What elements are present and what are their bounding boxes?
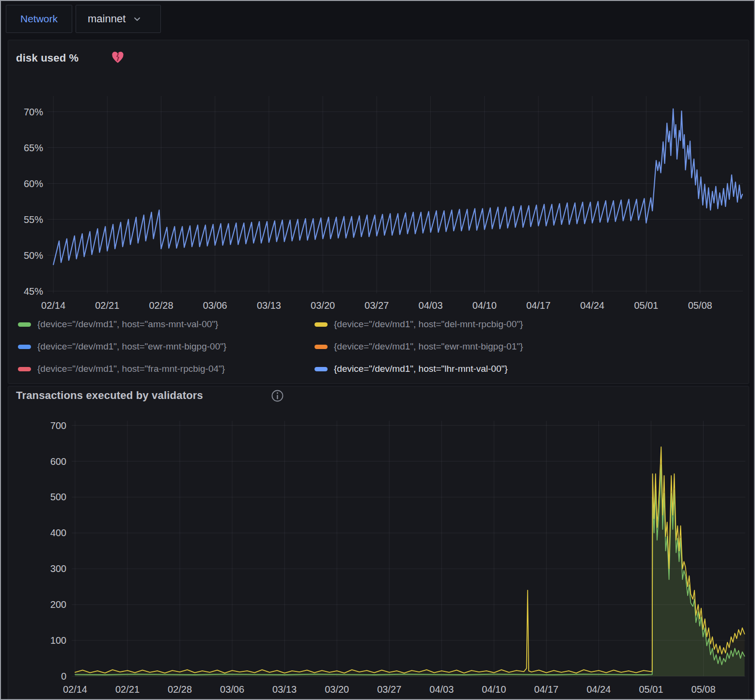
broken-heart-icon bbox=[111, 51, 125, 66]
disk-used-panel: disk used % 02/1402/2102/2803/0603/1303/… bbox=[8, 40, 749, 384]
svg-text:04/24: 04/24 bbox=[580, 300, 604, 311]
svg-text:03/20: 03/20 bbox=[325, 684, 349, 695]
svg-text:03/27: 03/27 bbox=[364, 300, 389, 311]
svg-text:02/28: 02/28 bbox=[168, 684, 192, 695]
disk-used-panel-title: disk used % bbox=[16, 52, 79, 64]
svg-text:45%: 45% bbox=[24, 286, 43, 297]
svg-text:03/13: 03/13 bbox=[272, 684, 297, 695]
svg-text:100: 100 bbox=[50, 635, 66, 646]
legend-swatch bbox=[18, 345, 31, 349]
network-variable-label: Network bbox=[20, 13, 58, 25]
svg-text:60%: 60% bbox=[24, 178, 43, 189]
legend-item[interactable]: {device="/dev/md1", host="fra-mnt-rpcbig… bbox=[18, 360, 315, 378]
svg-text:02/28: 02/28 bbox=[149, 300, 173, 311]
legend-label: {device="/dev/md1", host="lhr-mnt-val-00… bbox=[334, 364, 508, 374]
network-variable-label-box: Network bbox=[6, 5, 72, 33]
info-icon[interactable] bbox=[271, 389, 284, 404]
legend-label: {device="/dev/md1", host="ams-mnt-val-00… bbox=[37, 319, 218, 330]
svg-text:65%: 65% bbox=[24, 143, 43, 153]
legend-swatch bbox=[315, 322, 328, 327]
svg-text:50%: 50% bbox=[24, 250, 43, 261]
svg-text:0: 0 bbox=[61, 671, 66, 682]
transactions-panel-title: Transactions executed by validators bbox=[16, 389, 203, 402]
transactions-chart[interactable]: 02/1402/2102/2803/0603/1303/2003/2704/03… bbox=[11, 416, 748, 700]
legend-item[interactable]: {device="/dev/md1", host="ewr-mnt-bigpg-… bbox=[18, 338, 315, 355]
svg-text:05/01: 05/01 bbox=[634, 300, 658, 311]
svg-text:04/24: 04/24 bbox=[586, 684, 611, 695]
svg-text:03/27: 03/27 bbox=[377, 684, 401, 695]
legend-swatch bbox=[315, 345, 328, 349]
svg-text:02/21: 02/21 bbox=[115, 684, 140, 695]
legend-label: {device="/dev/md1", host="ewr-mnt-bigpg-… bbox=[37, 341, 226, 352]
svg-text:02/14: 02/14 bbox=[41, 300, 65, 311]
svg-text:55%: 55% bbox=[24, 214, 43, 225]
svg-text:04/03: 04/03 bbox=[419, 300, 443, 311]
svg-text:04/10: 04/10 bbox=[472, 300, 497, 311]
svg-text:03/20: 03/20 bbox=[311, 300, 335, 311]
svg-text:04/17: 04/17 bbox=[534, 684, 558, 695]
svg-text:300: 300 bbox=[50, 563, 66, 574]
svg-text:03/13: 03/13 bbox=[257, 300, 281, 311]
legend-swatch bbox=[18, 367, 31, 371]
svg-text:02/21: 02/21 bbox=[95, 300, 119, 311]
svg-text:400: 400 bbox=[50, 527, 66, 538]
svg-text:05/08: 05/08 bbox=[692, 684, 716, 695]
svg-text:03/06: 03/06 bbox=[203, 300, 227, 311]
legend-item[interactable]: {device="/dev/md1", host="del-mnt-rpcbig… bbox=[315, 316, 735, 333]
svg-text:05/08: 05/08 bbox=[688, 300, 712, 311]
network-variable-dropdown[interactable]: mainnet bbox=[76, 5, 161, 33]
dashboard-screen: Network mainnet disk used % 02/1402/2102… bbox=[0, 0, 755, 700]
legend-swatch bbox=[18, 322, 31, 327]
svg-text:700: 700 bbox=[50, 420, 66, 431]
chevron-down-icon bbox=[132, 14, 142, 24]
svg-text:03/06: 03/06 bbox=[220, 684, 244, 695]
legend-label: {device="/dev/md1", host="ewr-mnt-bigpg-… bbox=[334, 341, 523, 352]
legend-item[interactable]: {device="/dev/md1", host="ams-mnt-val-00… bbox=[18, 316, 315, 333]
network-variable-value[interactable]: mainnet bbox=[88, 13, 126, 25]
legend-label: {device="/dev/md1", host="del-mnt-rpcbig… bbox=[334, 319, 523, 330]
legend-item[interactable]: {device="/dev/md1", host="lhr-mnt-val-00… bbox=[315, 360, 735, 378]
legend-label: {device="/dev/md1", host="fra-mnt-rpcbig… bbox=[37, 364, 225, 374]
svg-text:70%: 70% bbox=[24, 107, 43, 117]
legend-swatch bbox=[315, 367, 328, 371]
svg-text:500: 500 bbox=[50, 492, 66, 502]
disk-used-legend: {device="/dev/md1", host="ams-mnt-val-00… bbox=[18, 316, 735, 378]
legend-item[interactable]: {device="/dev/md1", host="ewr-mnt-bigpg-… bbox=[315, 338, 735, 355]
svg-text:04/03: 04/03 bbox=[429, 684, 454, 695]
svg-text:02/14: 02/14 bbox=[63, 684, 87, 695]
transactions-panel: Transactions executed by validators 02/1… bbox=[8, 386, 749, 700]
svg-text:04/17: 04/17 bbox=[526, 300, 551, 311]
svg-text:05/01: 05/01 bbox=[639, 684, 663, 695]
svg-text:04/10: 04/10 bbox=[482, 684, 506, 695]
disk-used-chart[interactable]: 02/1402/2102/2803/0603/1303/2003/2704/03… bbox=[11, 91, 744, 314]
svg-text:200: 200 bbox=[50, 599, 66, 610]
svg-text:600: 600 bbox=[50, 456, 66, 467]
